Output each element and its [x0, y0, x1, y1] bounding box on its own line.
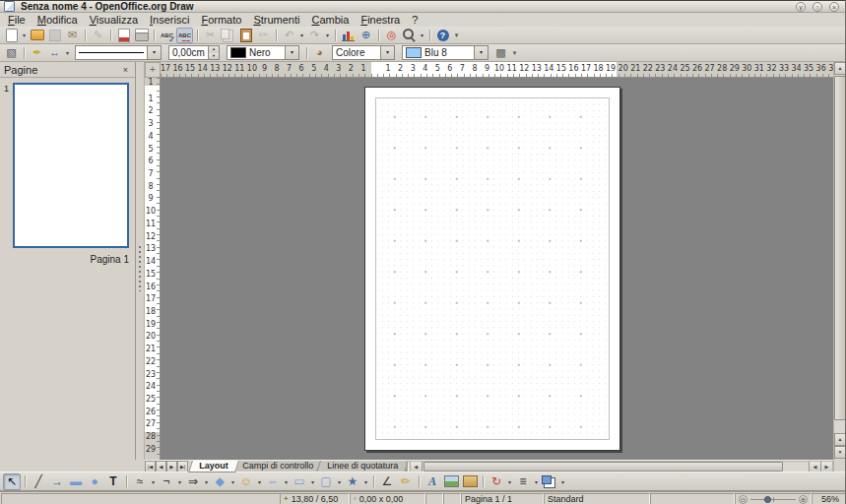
redo-dropdown[interactable]: ▾	[324, 32, 331, 38]
title-bar[interactable]: Senza nome 4 - OpenOffice.org Draw ∨ ○ ×	[0, 0, 845, 13]
toolbar-options-icon[interactable]: ▾	[510, 45, 519, 61]
rotate-icon[interactable]: ↻	[488, 473, 505, 490]
styles-window-icon[interactable]: ▧	[3, 45, 20, 61]
format-paintbrush-icon[interactable]: ✏	[255, 28, 272, 43]
redo-icon[interactable]: ↷	[306, 28, 323, 43]
symbol-shapes-dropdown[interactable]: ▾	[256, 478, 263, 485]
line-width-input-spinner[interactable]: ▲▼	[208, 46, 219, 59]
save-icon[interactable]	[46, 28, 63, 43]
symbol-shapes-icon[interactable]: ☺	[237, 473, 255, 490]
menu-item-visualizza[interactable]: Visualizza	[84, 13, 144, 27]
open-folder-icon[interactable]	[29, 28, 45, 43]
fill-color-select-dropdown-arrow[interactable]: ▾	[474, 46, 488, 59]
horizontal-ruler[interactable]: 1716151413121110987654321123456789101112…	[161, 62, 833, 78]
zoom-in-button[interactable]: ⊕	[799, 495, 808, 504]
edit-file-icon[interactable]: ✎	[90, 28, 106, 43]
tab-layout[interactable]: Layout	[188, 461, 238, 472]
close-button[interactable]: ×	[829, 2, 839, 12]
line-style-select[interactable]: ▾	[75, 45, 162, 60]
vertical-scrollbar[interactable]: ▲ ▲ ▼	[833, 62, 846, 460]
stars-dropdown[interactable]: ▾	[362, 478, 369, 485]
line-dialog-icon[interactable]: ✒	[29, 45, 45, 61]
menu-item-formato[interactable]: Formato	[195, 13, 247, 27]
copy-icon[interactable]	[220, 28, 236, 43]
arrow-style-icon[interactable]: ↔	[46, 45, 63, 61]
scroll-left-button-right[interactable]: ◀	[809, 462, 820, 472]
fill-style-select[interactable]: Colore▾	[332, 45, 395, 60]
curve-tool-icon[interactable]: ≈	[131, 473, 149, 490]
panel-splitter[interactable]	[136, 62, 145, 460]
line-width-input[interactable]: 0,00cm▲▼	[168, 45, 220, 60]
basic-shapes-dropdown[interactable]: ▾	[229, 478, 236, 485]
maximize-button[interactable]: ○	[813, 2, 822, 12]
text-tool-icon[interactable]: T	[104, 473, 122, 490]
help-icon[interactable]	[434, 28, 451, 43]
undo-dropdown[interactable]: ▾	[298, 32, 305, 38]
align-dropdown[interactable]: ▾	[533, 478, 540, 485]
zoom-icon[interactable]	[401, 28, 418, 43]
vertical-ruler[interactable]: 1123456789101112131415161718192021222324…	[145, 78, 161, 460]
edit-points-icon[interactable]: ∠	[378, 473, 396, 490]
autospellcheck-icon[interactable]	[176, 28, 193, 43]
block-arrows-dropdown[interactable]: ▾	[283, 478, 290, 485]
arrow-tool-icon[interactable]: →	[48, 473, 66, 490]
chart-icon[interactable]	[340, 28, 357, 43]
curve-tool-dropdown[interactable]: ▾	[150, 478, 157, 485]
new-document-icon[interactable]	[3, 28, 20, 43]
connector-tool-dropdown[interactable]: ▾	[176, 478, 183, 485]
cut-icon[interactable]: ✂	[202, 28, 219, 43]
line-style-select-dropdown-arrow[interactable]: ▾	[147, 46, 161, 59]
print-icon[interactable]	[133, 28, 150, 43]
paste-icon[interactable]	[237, 28, 254, 43]
scroll-up-button-bottom[interactable]: ▲	[834, 433, 846, 446]
line-color-select-dropdown-arrow[interactable]: ▾	[285, 46, 298, 59]
rectangle-tool-icon[interactable]: ▬	[67, 473, 85, 490]
block-arrows-icon[interactable]: ⇔	[264, 473, 282, 490]
menu-item-file[interactable]: File	[2, 13, 32, 27]
horizontal-scroll-track[interactable]	[423, 462, 809, 472]
toolbar-options-icon[interactable]: ▾	[452, 28, 461, 43]
export-pdf-icon[interactable]	[115, 28, 132, 43]
ellipse-tool-icon[interactable]: ●	[86, 473, 103, 490]
flowchart-icon[interactable]: ▭	[291, 473, 308, 490]
arrange-dropdown[interactable]: ▾	[559, 478, 566, 485]
undo-icon[interactable]: ↶	[281, 28, 297, 43]
drawing-page[interactable]	[364, 87, 620, 451]
menu-item-modifica[interactable]: Modifica	[32, 13, 84, 27]
lines-arrows-dropdown[interactable]: ▾	[203, 478, 210, 485]
rotate-dropdown[interactable]: ▾	[506, 478, 513, 485]
menu-item-strumenti[interactable]: Strumenti	[247, 13, 305, 27]
line-tool-icon[interactable]: ╱	[30, 473, 47, 490]
line-color-select[interactable]: Nero▾	[227, 45, 299, 60]
menu-item-inserisci[interactable]: Inserisci	[144, 13, 195, 27]
fill-style-select-dropdown-arrow[interactable]: ▾	[380, 46, 394, 59]
spellcheck-icon[interactable]	[159, 28, 175, 43]
connector-tool-icon[interactable]: ¬	[158, 473, 175, 490]
fill-color-select[interactable]: Blu 8▾	[402, 45, 488, 60]
fontwork-icon[interactable]	[423, 473, 441, 490]
scroll-right-button[interactable]: ▶	[820, 462, 832, 472]
scroll-down-button[interactable]: ▼	[834, 446, 846, 459]
arrow-style-dropdown[interactable]: ▾	[64, 49, 71, 56]
new-document-dropdown[interactable]: ▾	[21, 32, 28, 38]
flowchart-dropdown[interactable]: ▾	[309, 478, 316, 485]
lines-arrows-icon[interactable]: ⇒	[184, 473, 202, 490]
zoom-slider[interactable]	[750, 495, 796, 504]
stars-icon[interactable]: ★	[344, 473, 361, 490]
zoom-dropdown[interactable]: ▾	[419, 32, 425, 38]
email-document-icon[interactable]: ✉	[64, 28, 81, 43]
glue-points-icon[interactable]: ✏	[397, 473, 415, 490]
shadow-icon[interactable]: ▩	[492, 45, 509, 61]
vertical-scroll-thumb[interactable]	[834, 76, 846, 420]
align-icon[interactable]: ≡	[514, 473, 532, 490]
zoom-slider-thumb[interactable]	[764, 496, 771, 503]
minimize-button[interactable]: ∨	[796, 2, 806, 12]
status-cell-zoom-percent[interactable]: 56%	[812, 493, 846, 504]
callouts-icon[interactable]: ▢	[317, 473, 335, 490]
scroll-left-button[interactable]: ◀	[411, 462, 423, 472]
status-cell-style[interactable]: Standard	[544, 493, 650, 504]
select-tool-icon[interactable]: ↖	[3, 473, 21, 490]
menu-item-cambia[interactable]: Cambia	[305, 13, 355, 27]
horizontal-scroll-thumb[interactable]	[423, 462, 783, 472]
gallery-icon[interactable]	[461, 473, 479, 490]
